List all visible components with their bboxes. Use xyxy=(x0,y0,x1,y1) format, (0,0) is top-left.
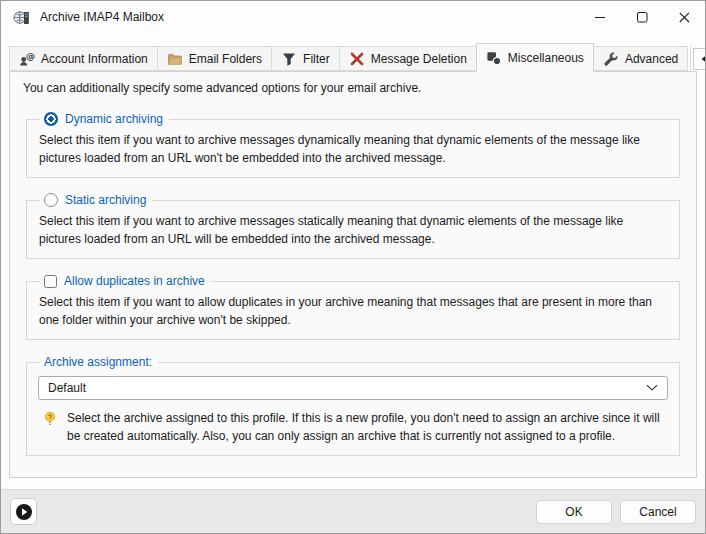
archive-assignment-select[interactable]: Default xyxy=(38,376,668,400)
window-title: Archive IMAP4 Mailbox xyxy=(40,10,164,24)
group-allow-duplicates: Allow duplicates in archive Select this … xyxy=(26,274,680,340)
tab-page-miscellaneous: You can additionally specify some advanc… xyxy=(9,71,697,478)
user-at-icon: @ xyxy=(19,51,35,67)
minimize-icon xyxy=(595,12,606,23)
dynamic-archiving-label[interactable]: Dynamic archiving xyxy=(65,112,163,126)
allow-duplicates-label[interactable]: Allow duplicates in archive xyxy=(64,274,205,288)
tab-label: Miscellaneous xyxy=(508,51,584,65)
tab-filter[interactable]: Filter xyxy=(271,46,340,71)
tab-scrollers xyxy=(693,48,706,70)
close-button[interactable] xyxy=(663,1,705,33)
folder-icon xyxy=(167,51,183,67)
red-x-icon xyxy=(349,51,365,67)
wrench-icon xyxy=(603,51,619,67)
minimize-button[interactable] xyxy=(579,1,621,33)
tab-label: Filter xyxy=(303,52,330,66)
group-dynamic-archiving: Dynamic archiving Select this item if yo… xyxy=(26,112,680,178)
intro-text: You can additionally specify some advanc… xyxy=(23,80,685,97)
archive-assignment-hint-text: Select the archive assigned to this prof… xyxy=(67,409,666,445)
window-controls xyxy=(579,1,705,33)
svg-text:@: @ xyxy=(26,51,35,61)
footer-bar: OK Cancel xyxy=(1,489,705,533)
tab-email-folders[interactable]: Email Folders xyxy=(157,46,272,71)
archive-assignment-hint: Select the archive assigned to this prof… xyxy=(42,409,666,445)
tab-partial-hidden[interactable] xyxy=(690,46,691,71)
tab-advanced[interactable]: Advanced xyxy=(593,46,688,71)
close-icon xyxy=(679,12,690,23)
dynamic-archiving-radio[interactable] xyxy=(44,112,58,126)
archive-assignment-value: Default xyxy=(48,381,86,395)
group-static-archiving: Static archiving Select this item if you… xyxy=(26,193,680,259)
tab-strip: @ Account Information Email Folders xyxy=(1,33,705,71)
allow-duplicates-description: Select this item if you want to allow du… xyxy=(39,293,667,329)
tab-scroll-left-button[interactable] xyxy=(693,48,706,70)
maximize-icon xyxy=(637,12,648,23)
lightbulb-icon xyxy=(42,411,58,445)
maximize-button[interactable] xyxy=(621,1,663,33)
archive-assignment-label: Archive assignment: xyxy=(44,355,152,369)
globe-server-icon xyxy=(13,8,31,26)
tab-label: Account Information xyxy=(41,52,148,66)
cancel-button[interactable]: Cancel xyxy=(620,500,696,524)
title-bar: Archive IMAP4 Mailbox xyxy=(1,1,705,33)
dialog-archive-imap4-mailbox: Archive IMAP4 Mailbox @ Account Info xyxy=(0,0,706,534)
chevron-down-icon xyxy=(646,384,658,392)
arrow-left-icon xyxy=(700,55,706,63)
tab-account-information[interactable]: @ Account Information xyxy=(9,46,158,71)
run-profile-button[interactable] xyxy=(10,498,37,525)
ok-button[interactable]: OK xyxy=(536,500,612,524)
tab-message-deletion[interactable]: Message Deletion xyxy=(339,46,477,71)
dynamic-archiving-description: Select this item if you want to archive … xyxy=(39,131,667,167)
tab-label: Email Folders xyxy=(189,52,262,66)
tab-miscellaneous[interactable]: Miscellaneous xyxy=(476,43,594,72)
static-archiving-description: Select this item if you want to archive … xyxy=(39,212,667,248)
filter-funnel-icon xyxy=(281,51,297,67)
group-archive-assignment: Archive assignment: Default Select xyxy=(26,355,680,456)
static-archiving-label[interactable]: Static archiving xyxy=(65,193,146,207)
allow-duplicates-checkbox[interactable] xyxy=(44,275,57,288)
tab-label: Advanced xyxy=(625,52,678,66)
play-icon xyxy=(15,503,33,521)
static-archiving-radio[interactable] xyxy=(44,193,58,207)
tab-label: Message Deletion xyxy=(371,52,467,66)
shapes-icon xyxy=(486,50,502,66)
